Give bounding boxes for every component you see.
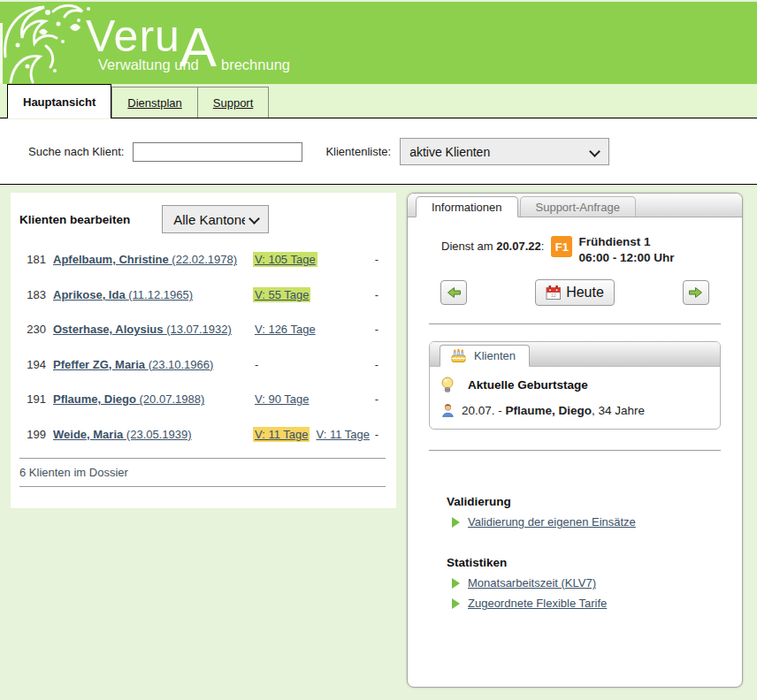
client-name-cell: Apfelbaum, Christine (22.02.1978)	[53, 253, 253, 266]
client-dash: -	[375, 428, 378, 441]
client-birthdate-link[interactable]: (20.07.1988)	[140, 392, 205, 406]
client-id: 191	[11, 392, 46, 406]
birthday-entry: 20.07. - Pflaume, Diego, 34 Jahre	[440, 403, 709, 417]
clientlist-select[interactable]: aktive Klienten	[400, 138, 609, 165]
client-v1-link[interactable]: V: 55 Tage	[253, 287, 310, 302]
clients-panel: Klienten bearbeiten Alle Kantone 181 Apf…	[11, 193, 396, 508]
klienten-box-body: Aktuelle Geburtstage 20.07. - Pflaume, D…	[430, 367, 720, 429]
tab-support-anfrage[interactable]: Support-Anfrage	[520, 196, 636, 217]
statistics-link-0[interactable]: Monatsarbeitszeit (KLV7)	[468, 576, 596, 590]
tab-hauptansicht[interactable]: Hauptansicht	[7, 84, 111, 118]
klienten-box-header: Klienten	[430, 342, 720, 367]
client-id: 181	[11, 253, 46, 266]
klienten-box-tab-label: Klienten	[474, 349, 516, 362]
date-nav-row: 12 Heute	[440, 279, 709, 306]
client-name-cell: Pflaume, Diego (20.07.1988)	[53, 392, 253, 406]
client-dash: -	[375, 323, 378, 336]
client-birthdate-link[interactable]: (23.10.1966)	[149, 358, 214, 371]
client-row: 191 Pflaume, Diego (20.07.1988) V: 90 Ta…	[11, 382, 396, 417]
search-input[interactable]	[133, 142, 302, 162]
divider	[429, 323, 721, 324]
info-panel: Informationen Support-Anfrage Dienst am …	[407, 193, 743, 688]
client-name-cell: Weide, Maria (23.05.1939)	[53, 428, 253, 441]
previous-day-button[interactable]	[440, 280, 467, 305]
validation-heading: Validierung	[447, 495, 742, 508]
tab-support-link[interactable]: Support	[213, 96, 254, 110]
logo-subtitle-right: brechnung	[221, 57, 290, 73]
client-vacation-cell: V: 105 Tage	[253, 252, 317, 267]
client-v1-link[interactable]: V: 105 Tage	[253, 252, 317, 267]
logo-subtitle-left: Verwaltung und	[98, 57, 199, 73]
divider	[19, 458, 386, 459]
duty-label: Dienst am 20.07.22:	[441, 240, 544, 253]
client-v2-link[interactable]: V: 11 Tage	[314, 427, 371, 442]
client-name-link[interactable]: Apfelbaum, Christine	[53, 253, 172, 266]
client-vacation-cell: V: 55 Tage	[253, 287, 310, 302]
client-dash: -	[375, 253, 378, 266]
client-birthdate-link[interactable]: (13.07.1932)	[166, 323, 232, 336]
clients-panel-header: Klienten bearbeiten Alle Kantone	[19, 205, 396, 233]
tab-dienstplan[interactable]: Dienstplan	[111, 87, 197, 118]
client-birthdate-link[interactable]: (23.05.1939)	[126, 428, 192, 441]
tab-hauptansicht-label: Hauptansicht	[23, 95, 96, 109]
clients-count-text: 6 Klienten im Dossier	[19, 466, 396, 479]
validation-links: Validierung der eigenen Einsätze	[447, 515, 742, 529]
client-row: 181 Apfelbaum, Christine (22.02.1978) V:…	[11, 242, 396, 278]
shift-name: Frühdienst 1	[578, 234, 674, 250]
validation-section: Validierung Validierung der eigenen Eins…	[447, 495, 742, 529]
main-tabbar: Hauptansicht Dienstplan Support	[0, 84, 757, 118]
shift-badge: F1	[551, 236, 572, 257]
arrow-left-icon	[447, 285, 462, 300]
client-name-cell: Aprikose, Ida (11.12.1965)	[53, 288, 253, 301]
app-header: Veru A Verwaltung und brechnung	[0, 2, 757, 84]
lightbulb-icon	[440, 377, 455, 393]
link-item: Validierung der eigenen Einsätze	[452, 515, 742, 529]
info-tabbar: Informationen Support-Anfrage	[408, 194, 742, 217]
client-name-link[interactable]: Osterhase, Aloysius	[53, 323, 166, 336]
client-vacation-cell: -	[253, 357, 260, 372]
klienten-box-tab[interactable]: Klienten	[440, 345, 530, 367]
client-id: 230	[11, 323, 46, 336]
today-button[interactable]: 12 Heute	[535, 279, 615, 306]
client-rows: 181 Apfelbaum, Christine (22.02.1978) V:…	[11, 242, 396, 452]
klienten-box: Klienten Aktuelle Geburtstage	[429, 341, 721, 430]
tab-informationen[interactable]: Informationen	[416, 196, 518, 217]
client-v1-link[interactable]: V: 90 Tage	[253, 392, 310, 407]
person-icon	[440, 403, 455, 417]
client-name-link[interactable]: Weide, Maria	[53, 428, 126, 441]
client-name-link[interactable]: Aprikose, Ida	[53, 288, 128, 301]
statistics-links: Monatsarbeitszeit (KLV7) Zugeordnete Fle…	[447, 576, 742, 610]
canton-select[interactable]: Alle Kantone	[162, 205, 269, 233]
client-v1-link: -	[253, 357, 260, 372]
clientlist-label: Klientenliste:	[325, 145, 391, 158]
next-day-button[interactable]	[683, 280, 709, 305]
client-name-link[interactable]: Pfeffer ZG, Maria	[53, 358, 149, 371]
birthday-cake-icon	[450, 348, 467, 363]
client-birthdate-link[interactable]: (22.02.1978)	[172, 253, 237, 266]
birthday-heading: Aktuelle Geburtstage	[468, 378, 588, 392]
calendar-icon: 12	[546, 285, 562, 301]
tab-support[interactable]: Support	[198, 87, 270, 118]
client-birthdate-link[interactable]: (11.12.1965)	[128, 288, 193, 301]
client-vacation-cell: V: 11 Tage V: 11 Tage	[253, 427, 371, 442]
duty-line: Dienst am 20.07.22: F1 Frühdienst 1 06:0…	[441, 234, 742, 266]
statistics-heading: Statistiken	[447, 556, 742, 569]
birthday-text: 20.07. - Pflaume, Diego, 34 Jahre	[462, 404, 645, 417]
client-row: 199 Weide, Maria (23.05.1939) V: 11 Tage…	[11, 417, 396, 453]
validation-link-0[interactable]: Validierung der eigenen Einsätze	[468, 515, 636, 529]
tab-dienstplan-link[interactable]: Dienstplan	[127, 96, 181, 110]
client-v1-link[interactable]: V: 11 Tage	[253, 427, 310, 442]
statistics-section: Statistiken Monatsarbeitszeit (KLV7) Zug…	[447, 556, 742, 610]
statistics-link-1[interactable]: Zugeordnete Flexible Tarife	[468, 597, 607, 610]
tab-informationen-label: Informationen	[432, 201, 502, 214]
divider	[19, 486, 386, 487]
client-row: 183 Aprikose, Ida (11.12.1965) V: 55 Tag…	[11, 278, 396, 313]
clientlist-select-wrap: aktive Klienten	[400, 138, 609, 165]
tab-support-anfrage-label: Support-Anfrage	[536, 201, 620, 214]
client-v1-link[interactable]: V: 126 Tage	[253, 322, 317, 337]
client-dash: -	[375, 358, 378, 371]
clients-panel-title: Klienten bearbeiten	[19, 213, 130, 226]
client-dash: -	[375, 392, 378, 406]
client-id: 183	[11, 288, 46, 301]
client-name-link[interactable]: Pflaume, Diego	[53, 392, 140, 406]
